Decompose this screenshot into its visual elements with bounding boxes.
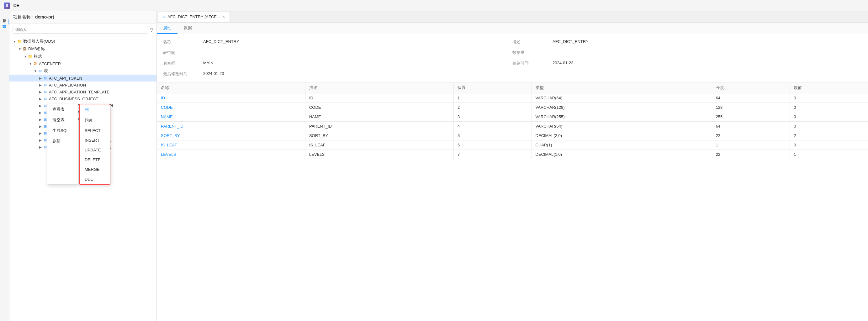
- ctx-refresh[interactable]: 刷新: [48, 136, 78, 147]
- cell-type: VARCHAR(64): [531, 122, 712, 131]
- cell-pos: 7: [454, 150, 531, 159]
- cell-pos: 4: [454, 122, 531, 131]
- tree-arrow-afc-datasource-metadata: ▶: [38, 138, 43, 142]
- tree-arrow-afc-datasource-engine: ▶: [38, 131, 43, 135]
- prop-label-modify-time: 最后修改时间: [163, 70, 201, 78]
- tree-item-afc-api-token[interactable]: ▶ ⊞ AFC_API_TOKEN: [9, 74, 156, 82]
- col-header-pos: 位置: [454, 83, 531, 93]
- tree-label-schema: 模式: [34, 54, 42, 59]
- folder-icon-ods: 📁: [17, 39, 22, 44]
- cell-type: CHAR(1): [531, 140, 712, 150]
- sub-item-insert[interactable]: INSERT: [80, 135, 110, 145]
- tree-arrow-afc-api-token: ▶: [38, 76, 43, 80]
- prop-label-create-time: 创建时间: [513, 59, 550, 67]
- ctx-gen-sql[interactable]: 生成SQL: [48, 125, 78, 136]
- sub-item-select[interactable]: SELECT: [80, 126, 110, 135]
- sub-item-ddl[interactable]: DDL: [80, 174, 110, 184]
- tool-data-source[interactable]: 数据源: [1, 20, 8, 25]
- cell-name: LEVELS: [157, 150, 305, 159]
- cell-desc: CODE: [305, 103, 454, 112]
- tree-item-table-group[interactable]: ▼ ⊞ 表: [9, 67, 156, 74]
- cell-pos: 1: [454, 93, 531, 103]
- tree-arrow-afc-component-content: ▶: [38, 117, 43, 122]
- tab-table-icon: ⊞: [163, 15, 165, 19]
- cell-pos: 5: [454, 131, 531, 140]
- tree-label-dm8: DM8名称: [28, 46, 45, 52]
- table-group-icon: ⊞: [38, 68, 43, 73]
- tree-item-ods[interactable]: ▼ 📁 数据引入层(ODS): [9, 38, 156, 45]
- tab-label: AFC_DICT_ENTRY (AFCE...: [167, 14, 220, 19]
- table-row[interactable]: LEVELS LEVELS 7 DECIMAL(1,0) 22 1: [157, 150, 868, 159]
- col-header-len: 长度: [712, 83, 790, 93]
- tool-data-dev[interactable]: 数据开发: [1, 14, 8, 19]
- col-header-desc: 描述: [305, 83, 454, 93]
- cell-name: ID: [157, 93, 305, 103]
- col-header-name: 名称: [157, 83, 305, 93]
- cell-num: 0: [790, 93, 868, 103]
- prop-value-tablespace2: MAIN: [201, 59, 513, 67]
- filter-icon[interactable]: ▽: [150, 27, 153, 32]
- tab-afc-dict-entry[interactable]: ⊞ AFC_DICT_ENTRY (AFCE... ✕: [158, 11, 230, 22]
- table-row[interactable]: PARENT_ID PARENT_ID 4 VARCHAR(64) 64 0: [157, 122, 868, 131]
- sub-item-delete[interactable]: DELETE: [80, 155, 110, 165]
- tree-item-dm8[interactable]: ▼ 🗄 DM8名称: [9, 45, 156, 53]
- table-row[interactable]: CODE CODE 2 VARCHAR(128) 128 0: [157, 103, 868, 112]
- search-bar: ▽: [9, 24, 156, 36]
- table-row[interactable]: IS_LEAF IS_LEAF 6 CHAR(1) 1 0: [157, 140, 868, 150]
- tree-arrow-afc-component-center: ▶: [38, 110, 43, 115]
- sub-item-constraint[interactable]: 约束: [80, 115, 110, 126]
- prop-value-datacount: [550, 49, 862, 57]
- cell-type: VARCHAR(128): [531, 103, 712, 112]
- content-area: ⊞ AFC_DICT_ENTRY (AFCE... ✕ 属性 数据 名称 AFC…: [157, 11, 868, 321]
- sidebar-header: 项目名称：demo-prj: [9, 11, 156, 24]
- ctx-view-table[interactable]: 查看表: [48, 104, 78, 115]
- table-row[interactable]: NAME NAME 3 VARCHAR(255) 255 0: [157, 112, 868, 122]
- cell-name: CODE: [157, 103, 305, 112]
- tree-item-afc-application-template[interactable]: ▶ ⊞ AFC_APPLICATION_TEMPLATE: [9, 88, 156, 95]
- cell-name: PARENT_ID: [157, 122, 305, 131]
- title-bar: S IDE: [0, 0, 868, 11]
- prop-value-desc: AFC_DICT_ENTRY: [550, 38, 862, 46]
- props-tab-attrs[interactable]: 属性: [157, 23, 178, 34]
- tree-item-schema[interactable]: ▼ 📁 模式: [9, 53, 156, 60]
- tree-item-afc-business-object[interactable]: ▶ ⊞ AFC_BUSINESS_OBJECT: [9, 95, 156, 102]
- props-tabs: 属性 数据: [157, 23, 868, 34]
- tree-arrow-afc-business-object: ▶: [38, 97, 43, 101]
- table-icon-afc-api-token: ⊞: [43, 75, 48, 81]
- prop-value-modify-time: 2024-01-23: [201, 70, 513, 78]
- props-tab-data[interactable]: 数据: [178, 23, 198, 34]
- cell-num: 0: [790, 140, 868, 150]
- tree-item-afc-application[interactable]: ▶ ⊞ AFC_APPLICATION: [9, 82, 156, 88]
- cell-pos: 6: [454, 140, 531, 150]
- db-icon-dm8: 🗄: [22, 46, 27, 52]
- search-input[interactable]: [12, 26, 148, 34]
- props-panel: 属性 数据 名称 AFC_DICT_ENTRY 描述 AFC_DICT_ENTR…: [157, 23, 868, 82]
- project-name: 项目名称：demo-prj: [13, 14, 54, 20]
- cell-name: IS_LEAF: [157, 140, 305, 150]
- sub-item-update[interactable]: UPDATE: [80, 145, 110, 155]
- app-logo: S: [4, 2, 10, 9]
- cell-len: 64: [712, 93, 790, 103]
- cell-type: DECIMAL(2,0): [531, 131, 712, 140]
- table-row[interactable]: ID ID 1 VARCHAR(64) 64 0: [157, 93, 868, 103]
- table-icon-afc-application: ⊞: [43, 83, 48, 88]
- app-title: IDE: [12, 3, 20, 8]
- tree-arrow-schema: ▼: [23, 54, 28, 59]
- sub-item-col[interactable]: 列: [80, 104, 110, 115]
- tab-close-button[interactable]: ✕: [222, 15, 225, 19]
- cell-type: DECIMAL(1,0): [531, 150, 712, 159]
- table-row[interactable]: SORT_BY SORT_BY 5 DECIMAL(2,0) 22 2: [157, 131, 868, 140]
- table-area: 名称 描述 位置 类型 长度 数值 ID ID 1 VARCHAR(64) 64…: [157, 82, 868, 321]
- ctx-clear-table[interactable]: 清空表: [48, 115, 78, 125]
- cell-len: 22: [712, 150, 790, 159]
- context-menu: 查看表 清空表 生成SQL 刷新: [47, 104, 79, 185]
- tree-arrow-afc-application: ▶: [38, 83, 43, 87]
- cell-type: VARCHAR(64): [531, 93, 712, 103]
- cell-len: 22: [712, 131, 790, 140]
- tree-label-afc-application-template: AFC_APPLICATION_TEMPLATE: [49, 90, 110, 94]
- schema-icon-afcenter: ⚙: [33, 61, 38, 66]
- tree-label-afc-application: AFC_APPLICATION: [49, 83, 86, 88]
- sub-item-merge[interactable]: MERGE: [80, 165, 110, 174]
- context-menu-overlay: 查看表 清空表 生成SQL 刷新 列 约束 SELECT INSERT UPDA…: [47, 104, 111, 185]
- tree-item-afcenter[interactable]: ▼ ⚙ AFCENTER: [9, 60, 156, 67]
